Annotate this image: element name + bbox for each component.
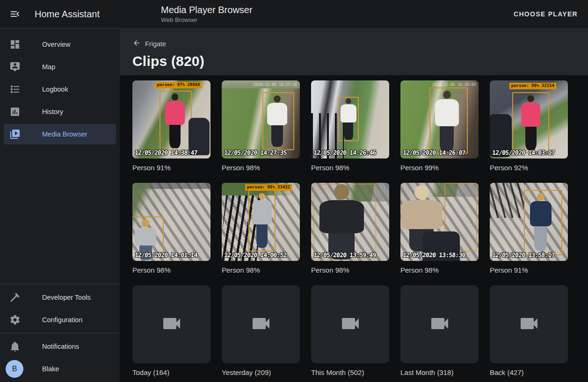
clip-timestamp-overlay: 12/05/2020 14:00:52 xyxy=(224,252,287,259)
clip-card[interactable]: 12/05/2020 13:58:30 Person 98% xyxy=(400,183,479,274)
sidebar-item-notifications[interactable]: Notifications xyxy=(0,335,120,358)
sidebar-footer-nav: Notifications B Blake xyxy=(0,333,120,382)
clip-thumbnail: 2020-12-05 16:26:08 12/05/2020 14:26:07 xyxy=(400,80,479,159)
folder-thumbnail xyxy=(400,285,479,363)
sidebar-item-label: History xyxy=(42,108,63,115)
person-figure xyxy=(266,95,288,147)
clip-card[interactable]: 2020-12-05 16:26:08 12/05/2020 14:26:07 … xyxy=(400,80,479,172)
person-figure xyxy=(434,91,460,151)
page-title-block: Media Player Browser Web Browser xyxy=(161,4,253,24)
sidebar-item-overview[interactable]: Overview xyxy=(0,33,120,56)
folder-card-back[interactable]: Back (427) xyxy=(490,285,568,376)
clip-caption: Person 91% xyxy=(490,266,568,274)
media-browser-icon xyxy=(9,129,21,140)
sidebar-item-label: Configuration xyxy=(42,316,82,324)
sidebar-item-label: Logbook xyxy=(42,86,68,93)
clip-card[interactable]: 2020-12-05 16:27:35 12/05/2020 14:27:35 … xyxy=(222,80,300,172)
clip-thumbnail: 2020-12-05 16:27:35 12/05/2020 14:27:35 xyxy=(222,80,300,159)
figure-head xyxy=(527,95,534,102)
folder-card-last-month[interactable]: Last Month (318) xyxy=(400,285,479,376)
clip-caption: Person 98% xyxy=(222,164,300,172)
folder-label: Today (164) xyxy=(132,368,211,376)
clip-caption: Person 98% xyxy=(311,266,389,274)
figure-legs xyxy=(525,127,537,150)
clip-thumbnail: person: 96% 32154 12/05/2020 14:03:17 xyxy=(490,80,568,159)
sidebar-spacer xyxy=(0,147,120,284)
video-camera-icon xyxy=(518,312,540,337)
sidebar-item-label: Media Browser xyxy=(42,130,87,138)
clip-caption: Person 99% xyxy=(400,164,479,172)
figure-torso xyxy=(165,101,184,125)
folder-thumbnail xyxy=(132,285,211,363)
breadcrumb-back-frigate[interactable]: Frigate xyxy=(132,39,166,49)
sidebar: Overview Map Logbook History Media Brows… xyxy=(0,28,120,382)
figure-head xyxy=(443,91,451,99)
clip-card[interactable]: 12/05/2020 13:59:49 Person 98% xyxy=(311,183,389,274)
sidebar-item-user-profile[interactable]: B Blake xyxy=(0,358,120,380)
clip-card[interactable]: 12/05/2020 14:01:14 Person 98% xyxy=(132,183,211,274)
sidebar-item-configuration[interactable]: Configuration xyxy=(0,309,120,331)
video-camera-icon xyxy=(428,312,451,337)
sidebar-item-label: Notifications xyxy=(42,343,79,350)
choose-player-button[interactable]: CHOOSE PLAYER xyxy=(510,7,581,22)
media-browser-panel: Frigate Clips (820) person: 97% 29988 12… xyxy=(120,28,588,382)
person-figure xyxy=(520,95,541,150)
figure-torso xyxy=(530,201,552,226)
clip-timestamp-overlay: 12/05/2020 13:58:17 xyxy=(492,252,555,259)
clip-thumbnail: 12/05/2020 13:58:17 xyxy=(490,183,568,261)
folder-label: Last Month (318) xyxy=(400,368,479,376)
detection-label: person: 95% 23432 xyxy=(245,184,292,191)
clip-caption: Person 98% xyxy=(400,266,479,274)
menu-open-icon xyxy=(9,14,21,21)
folder-label: This Month (502) xyxy=(311,368,389,376)
video-camera-icon xyxy=(339,312,362,337)
app-bar-left: Home Assistant xyxy=(0,8,120,20)
folder-card-yesterday[interactable]: Yesterday (209) xyxy=(222,285,300,376)
figure-head xyxy=(259,193,265,200)
clip-timestamp-overlay: 12/05/2020 13:59:49 xyxy=(313,252,376,259)
map-person-icon xyxy=(9,61,21,72)
video-camera-icon xyxy=(250,312,272,337)
figure-legs xyxy=(169,125,181,148)
hammer-icon xyxy=(9,292,21,303)
sidebar-toggle-button[interactable] xyxy=(9,8,21,20)
sidebar-item-logbook[interactable]: Logbook xyxy=(0,78,120,101)
folder-card-this-month[interactable]: This Month (502) xyxy=(311,285,389,376)
page-title: Media Player Browser xyxy=(161,4,253,16)
sidebar-item-media-browser[interactable]: Media Browser xyxy=(0,123,120,145)
figure-head xyxy=(274,95,281,102)
sidebar-item-history[interactable]: History xyxy=(0,101,120,123)
clip-card[interactable]: 12/05/2020 14:26:46 Person 98% xyxy=(311,80,389,172)
clip-card[interactable]: 12/05/2020 13:58:17 Person 91% xyxy=(490,183,568,274)
camera-osd-timestamp: 2020-12-05 16:27:35 xyxy=(254,82,297,87)
media-browser-header: Frigate Clips (820) xyxy=(120,28,588,75)
figure-torso xyxy=(401,200,443,229)
sidebar-item-map[interactable]: Map xyxy=(0,56,120,78)
breadcrumb-label: Frigate xyxy=(145,40,166,48)
avatar: B xyxy=(6,360,23,378)
person-figure xyxy=(340,98,357,140)
clip-thumbnail: 12/05/2020 14:26:46 xyxy=(311,80,389,159)
clip-thumbnail: person: 95% 23432 12/05/2020 14:00:52 xyxy=(222,183,300,261)
folder-thumbnail xyxy=(311,285,389,363)
app-bar: Home Assistant Media Player Browser Web … xyxy=(0,0,588,28)
clip-card[interactable]: person: 96% 32154 12/05/2020 14:03:17 Pe… xyxy=(490,80,568,172)
figure-head xyxy=(414,185,429,200)
figure-head xyxy=(346,98,351,104)
clip-timestamp-overlay: 12/05/2020 14:26:46 xyxy=(313,149,376,156)
folder-label: Yesterday (209) xyxy=(222,368,300,376)
clip-caption: Person 98% xyxy=(311,164,389,172)
clip-card[interactable]: person: 95% 23432 12/05/2020 14:00:52 Pe… xyxy=(222,183,300,274)
sidebar-item-label: Developer Tools xyxy=(42,294,91,301)
video-camera-icon xyxy=(160,312,183,337)
clip-thumbnail: 12/05/2020 13:59:49 xyxy=(311,183,389,261)
clip-thumbnail: person: 97% 29988 12/05/2020 14:38:47 xyxy=(132,80,211,159)
clip-timestamp-overlay: 12/05/2020 14:01:14 xyxy=(134,252,197,259)
figure-torso xyxy=(435,99,459,126)
folder-card-today[interactable]: Today (164) xyxy=(132,285,211,376)
figure-legs xyxy=(440,126,454,151)
figure-head xyxy=(334,184,349,200)
clip-card[interactable]: person: 97% 29988 12/05/2020 14:38:47 Pe… xyxy=(132,80,211,172)
sidebar-item-developer-tools[interactable]: Developer Tools xyxy=(0,286,120,309)
person-figure xyxy=(317,184,366,259)
